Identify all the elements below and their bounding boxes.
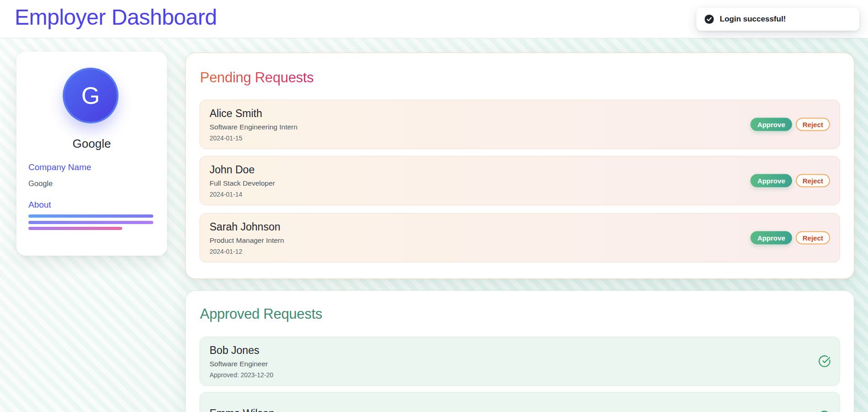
check-circle-icon <box>704 14 714 24</box>
request-actions: Approve Reject <box>750 231 830 245</box>
avatar-letter: G <box>81 82 100 109</box>
pending-requests-heading: Pending Requests <box>200 70 314 86</box>
about-skeleton-bar <box>28 227 122 230</box>
approved-requests-section: Approved Requests Bob Jones Software Eng… <box>185 290 854 412</box>
applicant-name: John Doe <box>210 164 830 176</box>
company-profile-card: G Google Company Name Google About <box>16 52 167 256</box>
page-title: Employer Dashboard <box>15 5 217 30</box>
pending-request-card: Sarah Johnson Product Manager Intern 202… <box>199 213 840 262</box>
request-actions: Approve Reject <box>750 118 830 131</box>
reject-button[interactable]: Reject <box>796 174 830 187</box>
request-date: 2024-01-12 <box>210 248 830 255</box>
applicant-name: Sarah Johnson <box>210 221 830 233</box>
approve-button[interactable]: Approve <box>750 174 792 187</box>
company-avatar: G <box>63 68 119 123</box>
approved-request-card: Emma Wilson <box>199 392 840 412</box>
applicant-role: Product Manager Intern <box>210 236 830 245</box>
applicant-name: Bob Jones <box>210 344 830 357</box>
about-skeleton-bar <box>28 214 153 218</box>
about-label: About <box>28 200 51 210</box>
toast-notification: Login successful! <box>696 8 859 31</box>
approved-request-card: Bob Jones Software Engineer Approved: 20… <box>199 337 840 386</box>
reject-button[interactable]: Reject <box>796 231 830 245</box>
pending-request-card: Alice Smith Software Engineering Intern … <box>199 100 840 149</box>
approve-button[interactable]: Approve <box>750 118 792 131</box>
company-name-value: Google <box>28 179 53 188</box>
applicant-name: Emma Wilson <box>210 407 830 412</box>
company-name-label: Company Name <box>28 162 91 172</box>
approved-check-icon <box>818 355 831 368</box>
about-skeleton-bar <box>28 221 153 224</box>
approved-requests-heading: Approved Requests <box>200 306 322 322</box>
applicant-role: Full Stack Developer <box>210 179 830 187</box>
approved-check-icon <box>818 410 831 412</box>
applicant-role: Software Engineering Intern <box>210 123 830 131</box>
pending-request-card: John Doe Full Stack Developer 2024-01-14… <box>199 156 840 205</box>
applicant-name: Alice Smith <box>210 107 830 120</box>
request-actions: Approve Reject <box>750 174 830 187</box>
request-date: 2024-01-15 <box>210 134 830 142</box>
pending-requests-section: Pending Requests Alice Smith Software En… <box>185 53 854 279</box>
approved-date: Approved: 2023-12-20 <box>210 371 830 379</box>
reject-button[interactable]: Reject <box>796 118 830 131</box>
approve-button[interactable]: Approve <box>750 231 792 245</box>
toast-message: Login successful! <box>720 15 786 24</box>
applicant-role: Software Engineer <box>210 360 830 368</box>
request-date: 2024-01-14 <box>210 191 830 198</box>
company-name-title: Google <box>16 137 167 151</box>
